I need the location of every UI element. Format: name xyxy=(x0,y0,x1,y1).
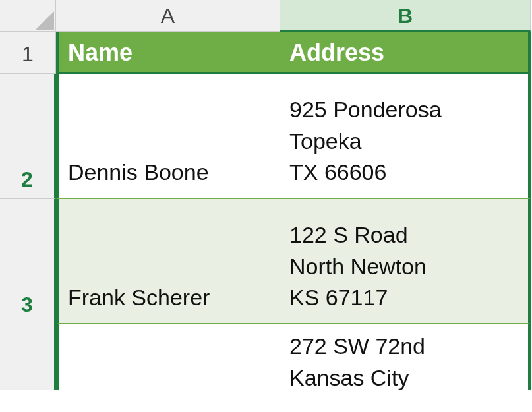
select-all-corner[interactable] xyxy=(0,0,56,32)
cell-B3[interactable]: 122 S Road North Newton KS 67117 xyxy=(280,199,531,324)
cell-B2[interactable]: 925 Ponderosa Topeka TX 66606 xyxy=(280,74,531,199)
spreadsheet-grid: A B 1 Name Address 2 Dennis Boone 925 Po… xyxy=(0,0,532,390)
column-header-A[interactable]: A xyxy=(56,0,280,32)
row-header-3[interactable]: 3 xyxy=(0,199,56,324)
cell-A1[interactable]: Name xyxy=(56,32,280,74)
cell-A4[interactable] xyxy=(56,324,280,390)
row-header-1[interactable]: 1 xyxy=(0,32,56,74)
cell-B1[interactable]: Address xyxy=(280,32,531,74)
cell-A2[interactable]: Dennis Boone xyxy=(56,74,280,199)
row-header-2[interactable]: 2 xyxy=(0,74,56,199)
row-header-4[interactable] xyxy=(0,324,56,390)
cell-A3[interactable]: Frank Scherer xyxy=(56,199,280,324)
column-header-B[interactable]: B xyxy=(280,0,531,32)
cell-B4[interactable]: 272 SW 72nd Kansas City xyxy=(280,324,531,390)
